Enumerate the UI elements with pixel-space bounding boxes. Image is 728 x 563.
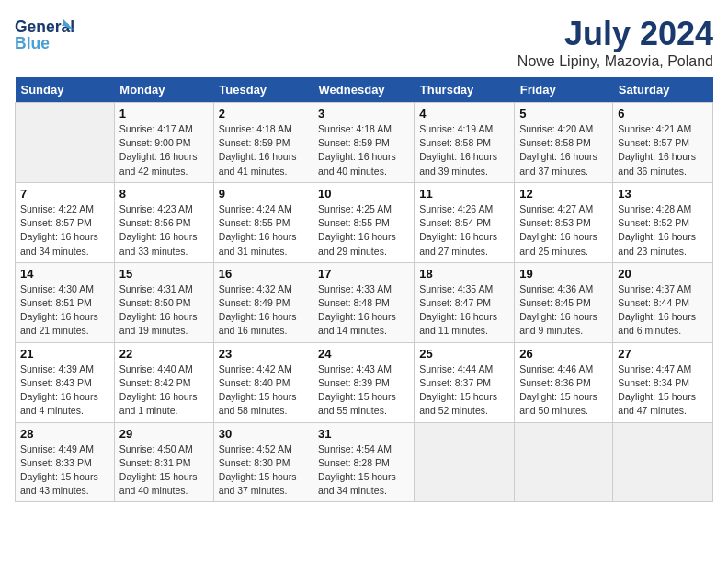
day-number: 22 — [119, 347, 209, 361]
cell-info: Sunrise: 4:36 AM Sunset: 8:45 PM Dayligh… — [519, 282, 608, 339]
day-number: 4 — [419, 107, 509, 121]
cell-info: Sunrise: 4:44 AM Sunset: 8:37 PM Dayligh… — [419, 362, 509, 419]
calendar-cell: 21Sunrise: 4:39 AM Sunset: 8:43 PM Dayli… — [16, 342, 115, 422]
cell-info: Sunrise: 4:49 AM Sunset: 8:33 PM Dayligh… — [20, 442, 109, 499]
calendar-cell: 1Sunrise: 4:17 AM Sunset: 9:00 PM Daylig… — [114, 103, 213, 183]
calendar-cell: 2Sunrise: 4:18 AM Sunset: 8:59 PM Daylig… — [213, 103, 313, 183]
calendar-cell: 12Sunrise: 4:27 AM Sunset: 8:53 PM Dayli… — [515, 182, 613, 262]
col-header-friday: Friday — [515, 77, 613, 103]
page-header: GeneralBlue July 2024 Nowe Lipiny, Mazov… — [15, 15, 713, 70]
svg-text:Blue: Blue — [15, 34, 50, 52]
cell-info: Sunrise: 4:40 AM Sunset: 8:42 PM Dayligh… — [119, 362, 209, 419]
calendar-cell: 24Sunrise: 4:43 AM Sunset: 8:39 PM Dayli… — [313, 342, 415, 422]
day-number: 24 — [318, 347, 409, 361]
cell-info: Sunrise: 4:31 AM Sunset: 8:50 PM Dayligh… — [119, 282, 209, 339]
calendar-cell — [515, 422, 613, 502]
cell-info: Sunrise: 4:17 AM Sunset: 9:00 PM Dayligh… — [119, 122, 209, 178]
day-number: 26 — [519, 347, 608, 361]
week-row-2: 7Sunrise: 4:22 AM Sunset: 8:57 PM Daylig… — [16, 182, 713, 262]
cell-info: Sunrise: 4:43 AM Sunset: 8:39 PM Dayligh… — [318, 362, 409, 419]
day-number: 5 — [519, 107, 608, 121]
day-number: 17 — [318, 267, 409, 281]
title-block: July 2024 Nowe Lipiny, Mazovia, Poland — [518, 15, 713, 70]
day-number: 21 — [20, 347, 109, 361]
day-number: 14 — [20, 267, 109, 281]
cell-info: Sunrise: 4:27 AM Sunset: 8:53 PM Dayligh… — [519, 202, 608, 259]
calendar-cell: 11Sunrise: 4:26 AM Sunset: 8:54 PM Dayli… — [415, 182, 515, 262]
day-number: 23 — [219, 347, 308, 361]
cell-info: Sunrise: 4:37 AM Sunset: 8:44 PM Dayligh… — [618, 282, 708, 339]
day-number: 16 — [219, 267, 308, 281]
calendar-cell: 10Sunrise: 4:25 AM Sunset: 8:55 PM Dayli… — [313, 182, 415, 262]
day-number: 20 — [618, 267, 708, 281]
calendar-cell: 25Sunrise: 4:44 AM Sunset: 8:37 PM Dayli… — [415, 342, 515, 422]
col-header-sunday: Sunday — [16, 77, 115, 103]
calendar-cell: 29Sunrise: 4:50 AM Sunset: 8:31 PM Dayli… — [114, 422, 213, 502]
cell-info: Sunrise: 4:35 AM Sunset: 8:47 PM Dayligh… — [419, 282, 509, 339]
logo: GeneralBlue — [15, 15, 83, 55]
calendar-cell: 26Sunrise: 4:46 AM Sunset: 8:36 PM Dayli… — [515, 342, 613, 422]
cell-info: Sunrise: 4:20 AM Sunset: 8:58 PM Dayligh… — [519, 122, 608, 178]
cell-info: Sunrise: 4:18 AM Sunset: 8:59 PM Dayligh… — [318, 122, 409, 178]
calendar-cell: 27Sunrise: 4:47 AM Sunset: 8:34 PM Dayli… — [613, 342, 713, 422]
cell-info: Sunrise: 4:26 AM Sunset: 8:54 PM Dayligh… — [419, 202, 509, 259]
day-number: 7 — [20, 187, 109, 201]
day-number: 27 — [618, 347, 708, 361]
week-row-5: 28Sunrise: 4:49 AM Sunset: 8:33 PM Dayli… — [16, 422, 713, 502]
calendar-cell: 28Sunrise: 4:49 AM Sunset: 8:33 PM Dayli… — [16, 422, 115, 502]
cell-info: Sunrise: 4:54 AM Sunset: 8:28 PM Dayligh… — [318, 442, 409, 499]
cell-info: Sunrise: 4:46 AM Sunset: 8:36 PM Dayligh… — [519, 362, 608, 419]
day-number: 8 — [119, 187, 209, 201]
cell-info: Sunrise: 4:50 AM Sunset: 8:31 PM Dayligh… — [119, 442, 209, 499]
calendar-cell: 23Sunrise: 4:42 AM Sunset: 8:40 PM Dayli… — [213, 342, 313, 422]
calendar-cell — [613, 422, 713, 502]
day-number: 11 — [419, 187, 509, 201]
day-number: 9 — [219, 187, 308, 201]
cell-info: Sunrise: 4:19 AM Sunset: 8:58 PM Dayligh… — [419, 122, 509, 178]
location-title: Nowe Lipiny, Mazovia, Poland — [518, 53, 713, 70]
cell-info: Sunrise: 4:42 AM Sunset: 8:40 PM Dayligh… — [219, 362, 308, 419]
cell-info: Sunrise: 4:47 AM Sunset: 8:34 PM Dayligh… — [618, 362, 708, 419]
calendar-cell: 19Sunrise: 4:36 AM Sunset: 8:45 PM Dayli… — [515, 262, 613, 342]
week-row-4: 21Sunrise: 4:39 AM Sunset: 8:43 PM Dayli… — [16, 342, 713, 422]
calendar-cell: 17Sunrise: 4:33 AM Sunset: 8:48 PM Dayli… — [313, 262, 415, 342]
cell-info: Sunrise: 4:23 AM Sunset: 8:56 PM Dayligh… — [119, 202, 209, 259]
calendar-cell: 22Sunrise: 4:40 AM Sunset: 8:42 PM Dayli… — [114, 342, 213, 422]
day-number: 19 — [519, 267, 608, 281]
col-header-tuesday: Tuesday — [213, 77, 313, 103]
calendar-cell: 20Sunrise: 4:37 AM Sunset: 8:44 PM Dayli… — [613, 262, 713, 342]
day-number: 15 — [119, 267, 209, 281]
cell-info: Sunrise: 4:25 AM Sunset: 8:55 PM Dayligh… — [318, 202, 409, 259]
cell-info: Sunrise: 4:24 AM Sunset: 8:55 PM Dayligh… — [219, 202, 308, 259]
day-number: 13 — [618, 187, 708, 201]
day-number: 12 — [519, 187, 608, 201]
day-number: 30 — [219, 427, 308, 441]
week-row-3: 14Sunrise: 4:30 AM Sunset: 8:51 PM Dayli… — [16, 262, 713, 342]
calendar-cell — [415, 422, 515, 502]
cell-info: Sunrise: 4:22 AM Sunset: 8:57 PM Dayligh… — [20, 202, 109, 259]
week-row-1: 1Sunrise: 4:17 AM Sunset: 9:00 PM Daylig… — [16, 103, 713, 183]
header-row: SundayMondayTuesdayWednesdayThursdayFrid… — [16, 77, 713, 103]
cell-info: Sunrise: 4:21 AM Sunset: 8:57 PM Dayligh… — [618, 122, 708, 178]
calendar-cell: 13Sunrise: 4:28 AM Sunset: 8:52 PM Dayli… — [613, 182, 713, 262]
calendar-cell: 6Sunrise: 4:21 AM Sunset: 8:57 PM Daylig… — [613, 103, 713, 183]
calendar-cell: 5Sunrise: 4:20 AM Sunset: 8:58 PM Daylig… — [515, 103, 613, 183]
day-number: 1 — [119, 107, 209, 121]
cell-info: Sunrise: 4:39 AM Sunset: 8:43 PM Dayligh… — [20, 362, 109, 419]
day-number: 6 — [618, 107, 708, 121]
month-title: July 2024 — [518, 15, 713, 53]
cell-info: Sunrise: 4:28 AM Sunset: 8:52 PM Dayligh… — [618, 202, 708, 259]
calendar-cell: 8Sunrise: 4:23 AM Sunset: 8:56 PM Daylig… — [114, 182, 213, 262]
col-header-monday: Monday — [114, 77, 213, 103]
day-number: 3 — [318, 107, 409, 121]
calendar-cell: 15Sunrise: 4:31 AM Sunset: 8:50 PM Dayli… — [114, 262, 213, 342]
day-number: 25 — [419, 347, 509, 361]
cell-info: Sunrise: 4:32 AM Sunset: 8:49 PM Dayligh… — [219, 282, 308, 339]
day-number: 18 — [419, 267, 509, 281]
calendar-cell: 9Sunrise: 4:24 AM Sunset: 8:55 PM Daylig… — [213, 182, 313, 262]
day-number: 2 — [219, 107, 308, 121]
day-number: 28 — [20, 427, 109, 441]
logo-icon: GeneralBlue — [15, 15, 79, 55]
calendar-cell: 7Sunrise: 4:22 AM Sunset: 8:57 PM Daylig… — [16, 182, 115, 262]
calendar-cell — [16, 103, 115, 183]
